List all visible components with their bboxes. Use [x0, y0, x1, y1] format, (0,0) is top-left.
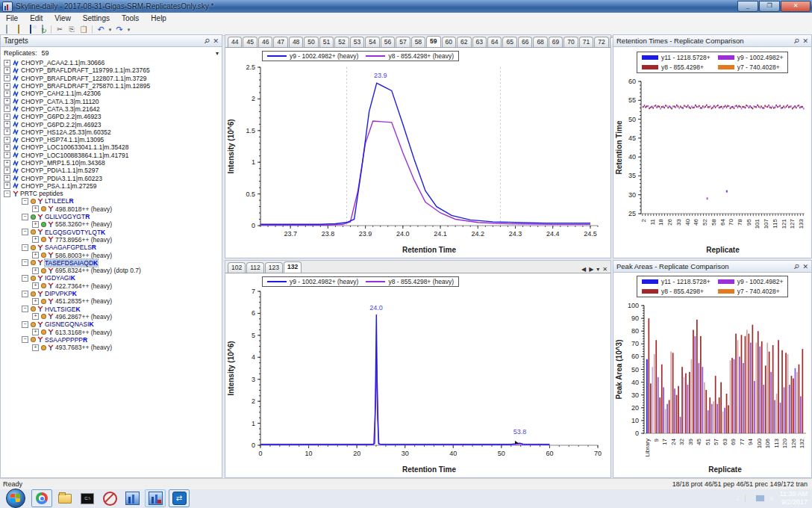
expand-icon[interactable]: + [4, 114, 10, 120]
tab-close-icon[interactable]: ✕ [602, 266, 608, 273]
replicate-tab-59[interactable]: 59 [426, 36, 440, 47]
replicate-tab-45[interactable]: 45 [243, 37, 257, 47]
tray-expand-icon[interactable]: ▲ [735, 495, 741, 502]
expand-icon[interactable]: + [32, 329, 39, 335]
expand-icon[interactable]: + [32, 298, 39, 305]
pin-icon[interactable]: ⚲ [792, 37, 801, 46]
tree-row[interactable]: +695.8324++ (heavy) (dotp 0.7) [1, 267, 222, 274]
copy-icon[interactable]: ⎘ [66, 25, 77, 34]
tab-scroll-left-icon[interactable]: ◀ [581, 266, 586, 273]
replicate-tab-64[interactable]: 64 [487, 37, 502, 47]
peak-areas-chart[interactable]: 0102030405060708090100Peak Area (10^3)Li… [614, 273, 811, 477]
expand-icon[interactable]: + [4, 182, 10, 189]
tree-row[interactable]: +CHOYP_BRAFLDRAFT_275870.1.1|m.12895 [1, 82, 222, 90]
replicate-tab-66[interactable]: 66 [518, 37, 532, 47]
menu-view[interactable]: View [49, 14, 77, 22]
tree-row[interactable]: +CHOYP_LOC100633041.1.1|m.35428 [1, 143, 222, 151]
minimize-button[interactable]: _ [737, 1, 758, 12]
chromatogram-chart-top[interactable]: 00.511.522.523.723.823.924.024.124.224.3… [226, 48, 610, 257]
expand-icon[interactable]: + [32, 313, 39, 320]
expand-icon[interactable]: + [32, 282, 39, 289]
cut-icon[interactable]: ✂ [54, 25, 65, 34]
redo-icon[interactable]: ↷ [114, 25, 125, 34]
undo-icon[interactable]: ↶ [96, 25, 106, 34]
menu-settings[interactable]: Settings [77, 14, 116, 22]
tree-row[interactable]: +422.7364++ (heavy) [1, 282, 222, 290]
tree-row[interactable]: +CHOYP_PDIA1.1.1|m.5297 [1, 167, 222, 174]
menu-edit[interactable]: Edit [24, 14, 49, 22]
replicate-tab-54[interactable]: 54 [365, 37, 379, 47]
collapse-icon[interactable]: − [22, 275, 28, 282]
collapse-icon[interactable]: − [22, 244, 28, 251]
tree-row[interactable]: +CHOYP_BRAFLDRAFT_119799.1.1|m.23765 [1, 66, 222, 74]
tree-row[interactable]: +CHOYP_G6PD.2.2|m.46923 [1, 120, 222, 128]
tree-row[interactable]: +CHOYP_PSA.1.1|m.27259 [1, 182, 222, 190]
replicate-tab-60[interactable]: 60 [442, 37, 456, 47]
tree-row[interactable]: −ELGQSGVDTYLQTK [1, 229, 222, 236]
collapse-icon[interactable]: − [4, 190, 10, 197]
replicate-tab-57[interactable]: 57 [396, 37, 410, 47]
start-orb[interactable] [6, 489, 25, 508]
tree-row[interactable]: +451.2835++ (heavy) [1, 297, 222, 305]
collapse-icon[interactable]: − [22, 198, 28, 205]
replicate-tab-48[interactable]: 48 [289, 37, 303, 47]
open-file-icon[interactable] [13, 25, 24, 34]
close-panel-icon[interactable]: ✕ [802, 263, 808, 270]
tree-row[interactable]: −GLILVGGYGTR [1, 213, 222, 220]
tree-row[interactable]: +CHOYP_MRP1.5.10|m.34368 [1, 159, 222, 167]
share-document-icon[interactable] [37, 25, 48, 34]
tree-row[interactable]: +498.8018++ (heavy) [1, 205, 222, 213]
tree-row[interactable]: +496.2867++ (heavy) [1, 313, 222, 320]
tree-row[interactable]: −IGDYAGIK [1, 274, 222, 282]
skyline-icon[interactable] [122, 490, 142, 507]
replicate-tab-51[interactable]: 51 [319, 37, 334, 47]
collapse-icon[interactable]: − [22, 306, 28, 312]
expand-icon[interactable]: + [4, 98, 10, 105]
replicate-tab-123[interactable]: 123 [265, 262, 283, 273]
teamviewer-icon[interactable]: ⇄ [169, 489, 190, 507]
expand-icon[interactable]: + [4, 121, 10, 128]
replicate-tab-70[interactable]: 70 [563, 37, 578, 47]
tree-row[interactable]: +CHOYP_LOC100883864.1.1|m.41791 [1, 152, 222, 159]
replicate-tab-62[interactable]: 62 [457, 37, 471, 47]
tab-scroll-right-icon[interactable]: ▶ [589, 266, 593, 273]
skyline-daily-icon[interactable] [145, 489, 166, 507]
replicate-tab-46[interactable]: 46 [258, 37, 272, 47]
tree-row[interactable]: +CHOYP_HSP74.1.1|m.13095 [1, 136, 222, 143]
replicate-tab-56[interactable]: 56 [381, 37, 395, 47]
close-panel-icon[interactable]: ✕ [213, 37, 219, 45]
tree-row[interactable]: +493.7683++ (heavy) [1, 344, 222, 351]
tree-row[interactable]: +586.8003++ (heavy) [1, 251, 222, 258]
replicates-selector[interactable]: Replicates: 59 ▾ [1, 47, 222, 60]
clock[interactable]: 11:39 AM 9/2/2017 [780, 490, 808, 507]
tree-row[interactable]: −GISNEGQNASIK [1, 320, 222, 328]
expand-icon[interactable]: + [4, 167, 10, 174]
expand-icon[interactable]: + [4, 90, 10, 97]
volume-icon[interactable] [769, 495, 773, 501]
tree-row[interactable]: −LTILEELR [1, 197, 222, 205]
paste-icon[interactable]: 📋 [78, 25, 89, 34]
replicate-tab-71[interactable]: 71 [579, 37, 593, 47]
menu-help[interactable]: Help [145, 14, 172, 22]
replicate-tab-44[interactable]: 44 [228, 37, 242, 47]
tree-row[interactable]: +CHOYP_HS12A.25.33|m.60352 [1, 128, 222, 136]
tree-row[interactable]: +CHOYP_CATA.3.3|m.21642 [1, 105, 222, 113]
replicate-tab-52[interactable]: 52 [334, 37, 349, 47]
tree-row[interactable]: +CHOYP_BRAFLDRAFT_122807.1.1|m.3729 [1, 75, 222, 82]
tree-row[interactable]: +CHOYP_G6PD.2.2|m.46923 [1, 113, 222, 120]
collapse-icon[interactable]: − [22, 336, 28, 343]
expand-icon[interactable]: + [4, 137, 10, 143]
tree-row[interactable]: +773.8956++ (heavy) [1, 236, 222, 244]
expand-icon[interactable]: + [4, 160, 10, 167]
expand-icon[interactable]: + [32, 267, 39, 274]
maximize-button[interactable]: ❐ [759, 1, 780, 12]
expand-icon[interactable]: + [4, 83, 10, 90]
expand-icon[interactable]: + [32, 236, 39, 243]
expand-icon[interactable]: + [4, 67, 10, 74]
menu-file[interactable]: File [0, 14, 24, 22]
replicate-tab-47[interactable]: 47 [273, 37, 287, 47]
collapse-icon[interactable]: − [22, 321, 28, 328]
new-file-icon[interactable] [1, 25, 12, 34]
undo-dropdown-icon[interactable]: ▾ [107, 25, 113, 34]
expand-icon[interactable]: + [4, 144, 10, 151]
